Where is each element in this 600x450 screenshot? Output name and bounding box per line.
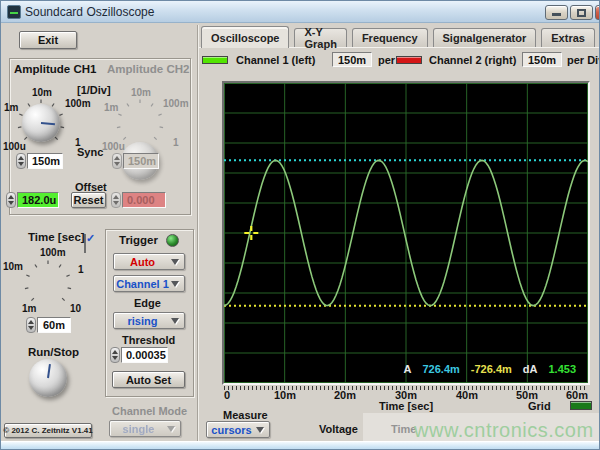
amplitude-ch2-value-field[interactable]: 150m — [123, 153, 159, 169]
ch2-knob-label-100u: 100u — [102, 141, 125, 152]
channel-mode-value: single — [110, 423, 167, 435]
tab-label: Signalgenerator — [443, 32, 527, 44]
amplitude-ch1-knob-needle — [41, 122, 55, 125]
voltage-label: Voltage — [319, 423, 358, 435]
edge-label: Edge — [134, 297, 161, 309]
app-icon — [7, 5, 21, 19]
dropdown-arrow-icon — [171, 318, 179, 324]
trigger-source-value: Channel 1 — [114, 278, 171, 290]
x-tick-20m: 20m — [334, 389, 356, 401]
maximize-icon — [577, 9, 586, 17]
window-bottom-border — [1, 441, 600, 450]
amplitude-ch1-knob[interactable] — [22, 104, 60, 142]
spinner-up-icon — [113, 195, 119, 199]
waveform-plot[interactable] — [224, 83, 588, 383]
ch1-knob-label-100m: 100m — [65, 98, 91, 109]
spinner-up-icon — [18, 156, 24, 160]
time-knob-label-10m: 10m — [3, 261, 23, 272]
tab-signalgenerator[interactable]: Signalgenerator — [433, 28, 537, 47]
channel-mode-dropdown[interactable]: single — [109, 420, 181, 437]
tab-frequency[interactable]: Frequency — [352, 28, 428, 47]
dropdown-arrow-icon — [171, 281, 179, 287]
trigger-source-dropdown[interactable]: Channel 1 — [113, 275, 185, 292]
spinner-up-icon — [112, 350, 118, 354]
ch1-knob-label-10m: 10m — [32, 87, 52, 98]
trigger-title: Trigger — [119, 234, 158, 246]
sync-label: Sync — [77, 146, 103, 158]
offset-ch1-value-field[interactable]: 182.0u — [17, 192, 59, 208]
channel2-legend-label: Channel 2 (right) — [429, 54, 516, 66]
autoset-button[interactable]: Auto Set — [112, 371, 185, 388]
tab-oscilloscope[interactable]: Oscilloscope — [201, 26, 289, 48]
trigger-led — [166, 234, 179, 247]
amplitude-ch2-title: Amplitude CH2 — [107, 63, 189, 75]
offset-ch2-spinner[interactable] — [111, 192, 121, 208]
x-tick-10m: 10m — [274, 389, 296, 401]
threshold-spinner[interactable] — [110, 347, 120, 363]
ch1-knob-label-100u: 100u — [3, 141, 26, 152]
channel1-color-swatch — [202, 56, 228, 64]
ch2-knob-label-1m: 1m — [104, 102, 118, 113]
time-title: Time [sec] — [28, 231, 85, 243]
time-knob-label-1: 1 — [78, 264, 84, 275]
offset-ch2-value-field[interactable]: 0.000 — [122, 192, 166, 208]
close-button[interactable] — [595, 5, 600, 20]
scope-display[interactable]: A 726.4m -726.4m dA 1.453 — [222, 81, 590, 385]
offset-ch1-spinner[interactable] — [6, 192, 16, 208]
x-tick-0: 0 — [224, 389, 230, 401]
copyright-text: © 2012 C. Zeitnitz V1.41 — [3, 426, 92, 435]
watermark-text: www.cntronics.com — [414, 419, 594, 442]
spinner-up-icon — [114, 156, 120, 160]
spinner-down-icon — [18, 162, 24, 166]
title-bar[interactable]: Soundcard Oszilloscope — [1, 1, 600, 23]
measure-mode-dropdown[interactable]: cursors — [206, 421, 270, 438]
channel2-per-div-field[interactable]: 150m — [522, 52, 562, 67]
exit-button[interactable]: Exit — [19, 31, 77, 49]
spinner-down-icon — [28, 326, 34, 330]
channel2-color-swatch — [396, 56, 422, 64]
grid-color-swatch[interactable] — [570, 401, 592, 410]
measure-mode-value: cursors — [207, 424, 256, 436]
copyright-button: © 2012 C. Zeitnitz V1.41 — [4, 423, 92, 438]
offset-reset-button[interactable]: Reset — [71, 192, 106, 208]
amplitude-ch1-value-field[interactable]: 150m — [27, 153, 63, 169]
time-knob-label-100m: 100m — [40, 247, 66, 258]
tab-xy-graph[interactable]: X-Y Graph — [294, 28, 346, 47]
time-spinner[interactable] — [26, 317, 36, 333]
dropdown-arrow-icon — [256, 427, 264, 433]
amplitude-unit-label: [1/Div] — [77, 84, 111, 96]
cursor-readout: A 726.4m -726.4m dA 1.453 — [404, 363, 576, 375]
x-tick-40m: 40m — [456, 389, 478, 401]
time-knob-ticks — [24, 260, 72, 308]
divider — [197, 25, 199, 441]
autoset-label: Auto Set — [126, 374, 171, 386]
readout-upper-value: 726.4m — [423, 363, 460, 375]
time-value-field[interactable]: 60m — [37, 317, 71, 333]
ch2-knob-label-100m: 100m — [163, 98, 189, 109]
threshold-value-field[interactable]: 0.00035 — [121, 347, 168, 363]
threshold-label: Threshold — [122, 334, 175, 346]
amplitude-ch1-spinner[interactable] — [16, 153, 26, 169]
time-knob-needle — [47, 364, 51, 378]
trigger-edge-dropdown[interactable]: rising — [113, 312, 185, 329]
dropdown-arrow-icon — [167, 426, 175, 432]
tab-label: Frequency — [362, 32, 418, 44]
time-knob-label-1m: 1m — [22, 303, 36, 314]
tab-extras[interactable]: Extras — [541, 28, 595, 47]
ch2-knob-label-1: 1 — [173, 137, 179, 148]
minimize-button[interactable] — [545, 5, 568, 20]
trigger-edge-value: rising — [114, 315, 171, 327]
trigger-mode-value: Auto — [114, 256, 171, 268]
readout-delta-value: 1.453 — [548, 363, 576, 375]
channel1-legend-label: Channel 1 (left) — [236, 54, 315, 66]
spinner-down-icon — [112, 356, 118, 360]
time-knob-label-10: 10 — [70, 303, 81, 314]
amplitude-ch2-spinner[interactable] — [112, 153, 122, 169]
ch2-knob-label-10m: 10m — [131, 87, 151, 98]
window-title: Soundcard Oszilloscope — [25, 5, 154, 19]
maximize-button[interactable] — [570, 5, 593, 20]
trigger-mode-dropdown[interactable]: Auto — [113, 253, 185, 270]
channel1-per-div-field[interactable]: 150m — [332, 52, 372, 67]
time-knob[interactable] — [29, 359, 67, 397]
spinner-down-icon — [8, 201, 14, 205]
